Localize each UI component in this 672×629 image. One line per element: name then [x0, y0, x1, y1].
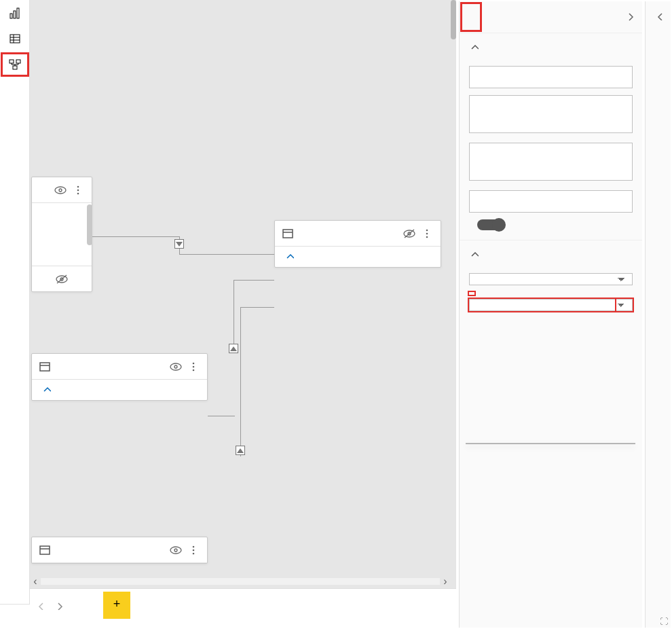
eye-icon[interactable]: [169, 361, 183, 373]
table-card-sales[interactable]: [274, 220, 441, 268]
properties-panel: [459, 1, 642, 628]
next-tab-button[interactable]: [49, 592, 68, 619]
table-card-item[interactable]: [31, 537, 208, 564]
view-switch-rail: [0, 0, 30, 605]
format-dropdown-list: [466, 443, 635, 444]
more-icon[interactable]: [420, 228, 434, 240]
prev-tab-button[interactable]: [30, 592, 49, 619]
format-select[interactable]: [469, 299, 633, 311]
table-card-collapsed[interactable]: [31, 177, 92, 292]
data-view-button[interactable]: [0, 26, 30, 52]
eye-icon[interactable]: [169, 544, 183, 556]
format-label: [469, 292, 474, 295]
is-hidden-toggle[interactable]: [477, 219, 504, 230]
eye-icon[interactable]: [54, 184, 67, 196]
section-general-body: [460, 66, 642, 240]
table-icon: [282, 228, 294, 240]
fields-panel-collapsed[interactable]: [645, 1, 671, 628]
more-icon[interactable]: [187, 544, 200, 556]
add-tab-button[interactable]: +: [103, 592, 130, 619]
collapse-properties-button[interactable]: [624, 11, 635, 22]
properties-title: [461, 3, 481, 31]
collapse-link[interactable]: [32, 380, 207, 400]
more-icon[interactable]: [187, 361, 200, 373]
model-view-button[interactable]: [0, 52, 30, 77]
collapse-link[interactable]: [275, 247, 441, 267]
name-input[interactable]: [469, 66, 633, 88]
synonyms-input[interactable]: [469, 143, 633, 181]
fit-to-screen-icon[interactable]: ⛶: [660, 617, 668, 626]
display-folder-input[interactable]: [469, 190, 633, 213]
horizontal-scrollbar[interactable]: [30, 576, 451, 587]
description-input[interactable]: [469, 95, 633, 133]
table-icon: [39, 544, 51, 556]
eye-off-icon[interactable]: [403, 228, 416, 240]
model-canvas[interactable]: [30, 0, 456, 605]
section-general-header[interactable]: [460, 33, 642, 59]
more-icon[interactable]: [71, 184, 85, 196]
eye-off-icon: [55, 273, 69, 285]
section-formatting-header[interactable]: [460, 240, 642, 266]
section-formatting-body: [460, 273, 642, 321]
data-type-select[interactable]: [469, 273, 633, 285]
table-card-store[interactable]: [31, 353, 208, 401]
report-view-button[interactable]: [0, 0, 30, 26]
tab-all-tables[interactable]: [68, 592, 103, 619]
expand-fields-button[interactable]: [654, 11, 663, 20]
diagram-tabs: +: [30, 588, 456, 621]
table-icon: [39, 361, 51, 373]
